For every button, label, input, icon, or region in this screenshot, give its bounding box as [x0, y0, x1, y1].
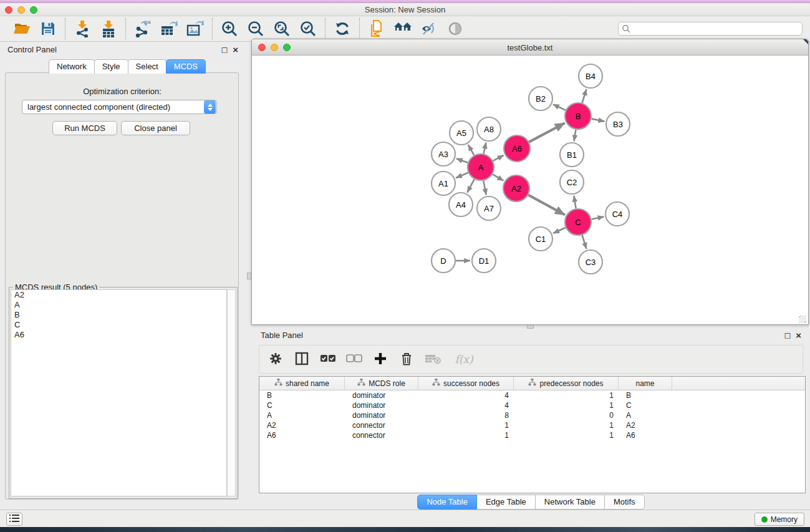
close-table-panel-icon[interactable]: ×: [796, 331, 801, 340]
copy-network-button[interactable]: [366, 19, 387, 39]
edge-C-C4[interactable]: [592, 216, 604, 219]
zoom-in-button[interactable]: [219, 19, 240, 39]
zoom-out-button[interactable]: [245, 19, 266, 39]
graph-node-B4[interactable]: B4: [579, 64, 602, 88]
graph-node-C4[interactable]: C4: [605, 202, 629, 226]
table-cell[interactable]: 1: [514, 400, 619, 410]
tab-network-table[interactable]: Network Table: [535, 495, 605, 510]
column-header-successor-nodes[interactable]: successor nodes: [418, 377, 514, 390]
table-cell[interactable]: B: [259, 390, 345, 400]
table-row[interactable]: Adominator80A: [259, 410, 805, 420]
edge-A-A8[interactable]: [484, 143, 486, 154]
edge-A-A1[interactable]: [456, 173, 468, 178]
table-cell[interactable]: C: [259, 400, 345, 410]
table-cell[interactable]: A6: [259, 430, 345, 440]
zoom-fit-button[interactable]: [271, 19, 292, 39]
graph-node-A3[interactable]: A3: [432, 142, 455, 166]
result-item[interactable]: A: [11, 300, 226, 310]
table-cell[interactable]: dominator: [345, 390, 418, 400]
table-cell[interactable]: 0: [514, 410, 619, 420]
result-item[interactable]: C: [11, 320, 226, 330]
edge-A-A2[interactable]: [493, 174, 503, 180]
save-session-button[interactable]: [37, 19, 59, 39]
select-all-columns-button[interactable]: [319, 350, 337, 369]
table-row[interactable]: Cdominator41C: [259, 400, 805, 410]
table-row[interactable]: A6connector11A6: [259, 430, 805, 440]
table-row[interactable]: A2connector11A2: [259, 420, 805, 430]
export-table-button[interactable]: [158, 19, 180, 39]
status-list-button[interactable]: [6, 513, 22, 526]
result-item[interactable]: B: [11, 310, 226, 320]
table-cell[interactable]: 1: [514, 430, 619, 440]
tab-edge-table[interactable]: Edge Table: [476, 495, 536, 510]
tab-select[interactable]: Select: [128, 59, 166, 74]
table-cell[interactable]: connector: [345, 430, 418, 440]
table-cell[interactable]: A2: [619, 420, 672, 430]
criterion-dropdown[interactable]: largest connected component (directed): [22, 100, 217, 114]
export-image-button[interactable]: [185, 19, 206, 39]
edge-C-C3[interactable]: [582, 235, 587, 249]
graph-node-B2[interactable]: B2: [529, 87, 552, 110]
edge-A2-C[interactable]: [528, 195, 565, 215]
table-cell[interactable]: A2: [259, 420, 345, 430]
edge-B-B4[interactable]: [582, 89, 587, 103]
table-cell[interactable]: 1: [514, 390, 619, 400]
table-row[interactable]: Bdominator41B: [259, 390, 805, 400]
float-panel-icon[interactable]: ◻: [221, 46, 228, 54]
table-cell[interactable]: 1: [418, 430, 514, 440]
graph-node-C1[interactable]: C1: [529, 227, 552, 251]
result-item[interactable]: A2: [11, 290, 226, 300]
result-scrollbar[interactable]: [227, 289, 236, 496]
table-settings-button[interactable]: [267, 350, 284, 369]
table-cell[interactable]: A6: [619, 430, 672, 440]
tab-mcds[interactable]: MCDS: [166, 59, 206, 74]
table-cell[interactable]: A: [259, 410, 345, 420]
edge-C-C2[interactable]: [574, 196, 576, 209]
split-handle-vertical[interactable]: [247, 273, 251, 279]
graph-node-A2[interactable]: A2: [503, 175, 529, 201]
graph-node-A1[interactable]: A1: [432, 172, 455, 195]
table-cell[interactable]: 4: [418, 390, 514, 400]
refresh-button[interactable]: [332, 19, 353, 39]
hide-details-button[interactable]: [418, 19, 440, 39]
show-details-button[interactable]: [445, 19, 466, 39]
table-cell[interactable]: B: [619, 390, 672, 400]
graph-node-C2[interactable]: C2: [560, 170, 584, 194]
close-panel-button[interactable]: Close panel: [121, 121, 190, 135]
edge-A-A6[interactable]: [493, 155, 504, 161]
graph-node-B[interactable]: B: [565, 103, 591, 129]
import-network-button[interactable]: [72, 19, 93, 39]
graph-node-A6[interactable]: A6: [504, 135, 530, 162]
run-mcds-button[interactable]: Run MCDS: [52, 121, 117, 135]
add-column-button[interactable]: [372, 350, 389, 369]
export-network-button[interactable]: [132, 19, 153, 39]
window-resize-grip[interactable]: [799, 316, 806, 323]
tab-style[interactable]: Style: [94, 59, 128, 74]
edge-B-B3[interactable]: [592, 118, 605, 121]
edge-B-B2[interactable]: [553, 104, 566, 110]
table-cell[interactable]: 4: [418, 400, 514, 410]
graph-node-D1[interactable]: D1: [472, 249, 496, 273]
edge-A-A7[interactable]: [483, 181, 486, 195]
result-item[interactable]: A6: [11, 330, 226, 340]
import-table-button[interactable]: [98, 19, 119, 39]
delete-table-button[interactable]: [424, 350, 441, 369]
close-panel-icon[interactable]: ×: [233, 45, 238, 54]
edge-A6-B[interactable]: [529, 123, 564, 142]
tab-motifs[interactable]: Motifs: [604, 495, 645, 510]
float-table-panel-icon[interactable]: ◻: [784, 331, 791, 339]
tab-network[interactable]: Network: [49, 59, 95, 74]
table-cell[interactable]: connector: [345, 420, 418, 430]
home-button[interactable]: [392, 19, 413, 39]
graph-node-B1[interactable]: B1: [560, 143, 584, 167]
edge-C-C1[interactable]: [553, 228, 566, 233]
unselect-all-columns-button[interactable]: [345, 350, 363, 369]
tab-node-table[interactable]: Node Table: [417, 495, 477, 510]
edge-A-A4[interactable]: [467, 179, 474, 192]
table-cell[interactable]: dominator: [345, 400, 418, 410]
column-header-MCDS-role[interactable]: MCDS role: [345, 377, 418, 390]
graph-node-C[interactable]: C: [565, 209, 591, 235]
graph-node-A[interactable]: A: [468, 154, 494, 180]
zoom-selected-button[interactable]: [297, 19, 319, 39]
edge-B-B1[interactable]: [574, 130, 576, 142]
